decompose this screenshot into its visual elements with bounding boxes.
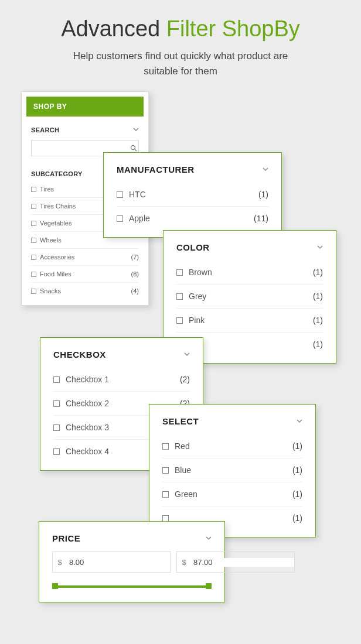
list-item[interactable]: Food Miles(8) bbox=[31, 266, 139, 283]
list-item[interactable]: Pink(1) bbox=[176, 309, 323, 333]
checkbox-icon[interactable] bbox=[176, 293, 183, 300]
shopby-header: SHOP BY bbox=[26, 97, 144, 117]
checkbox-icon[interactable] bbox=[31, 238, 36, 243]
page-title: Advanced Filter ShopBy bbox=[0, 16, 361, 42]
search-section-title: SEARCH bbox=[22, 120, 148, 138]
title-accent: Filter ShopBy bbox=[166, 16, 300, 41]
price-max-wrap: $ bbox=[176, 551, 295, 573]
currency-symbol: $ bbox=[177, 558, 191, 567]
checkbox-icon[interactable] bbox=[31, 187, 36, 192]
checkbox-icon[interactable] bbox=[53, 424, 60, 431]
price-slider[interactable] bbox=[52, 583, 212, 589]
title-prefix: Advanced bbox=[61, 16, 166, 41]
list-item[interactable]: Apple(11) bbox=[117, 207, 268, 230]
price-panel: PRICE $ $ bbox=[39, 521, 225, 602]
checkbox-icon[interactable] bbox=[31, 255, 36, 260]
slider-handle-max[interactable] bbox=[206, 583, 212, 589]
list-item[interactable]: Checkbox 1(2) bbox=[53, 368, 190, 392]
chevron-down-icon[interactable] bbox=[184, 351, 190, 359]
manufacturer-title: MANUFACTURER bbox=[104, 153, 281, 183]
slider-track bbox=[52, 585, 212, 588]
checkbox-icon[interactable] bbox=[53, 376, 60, 383]
currency-symbol: $ bbox=[53, 558, 67, 567]
checkbox-icon[interactable] bbox=[31, 221, 36, 226]
list-item[interactable]: Blue(1) bbox=[162, 458, 302, 482]
list-item[interactable]: Snacks(4) bbox=[31, 283, 139, 299]
manufacturer-panel: MANUFACTURER HTC(1) Apple(11) bbox=[103, 152, 282, 238]
checkbox-icon[interactable] bbox=[53, 400, 60, 407]
select-panel: SELECT Red(1) Blue(1) Green(1) (1) bbox=[149, 404, 316, 537]
list-item[interactable]: Brown(1) bbox=[176, 261, 323, 285]
checkbox-icon[interactable] bbox=[31, 272, 36, 277]
price-min-input[interactable] bbox=[67, 558, 170, 567]
page-subtitle: Help customers find out quickly what pro… bbox=[0, 49, 361, 78]
list-item[interactable]: HTC(1) bbox=[117, 183, 268, 207]
checkbox-icon[interactable] bbox=[31, 289, 36, 294]
list-item[interactable]: Accessories(7) bbox=[31, 249, 139, 266]
checkbox-icon[interactable] bbox=[162, 443, 169, 450]
chevron-down-icon[interactable] bbox=[317, 244, 323, 252]
price-inputs: $ $ bbox=[52, 551, 212, 573]
checkbox-icon[interactable] bbox=[162, 467, 169, 474]
checkbox-icon[interactable] bbox=[162, 491, 169, 498]
chevron-down-icon[interactable] bbox=[263, 166, 268, 174]
price-max-input[interactable] bbox=[191, 558, 294, 567]
chevron-down-icon[interactable] bbox=[133, 126, 139, 134]
chevron-down-icon[interactable] bbox=[297, 417, 302, 426]
chevron-down-icon[interactable] bbox=[206, 535, 212, 543]
checkbox-icon[interactable] bbox=[31, 204, 36, 209]
list-item[interactable]: Green(1) bbox=[162, 482, 302, 506]
checkbox-icon[interactable] bbox=[53, 448, 60, 455]
list-item[interactable]: Red(1) bbox=[162, 434, 302, 458]
price-body: $ $ bbox=[39, 551, 224, 602]
checkbox-icon[interactable] bbox=[117, 191, 123, 198]
checkbox-icon[interactable] bbox=[117, 215, 123, 222]
svg-point-0 bbox=[131, 146, 135, 150]
page-heading: Advanced Filter ShopBy Help customers fi… bbox=[0, 0, 361, 78]
slider-handle-min[interactable] bbox=[52, 583, 58, 589]
manufacturer-list: HTC(1) Apple(11) bbox=[104, 183, 281, 237]
checkbox-icon[interactable] bbox=[176, 317, 183, 324]
checkbox-icon[interactable] bbox=[176, 269, 183, 276]
price-min-wrap: $ bbox=[52, 551, 171, 573]
checkbox-title: CHECKBOX bbox=[40, 338, 203, 368]
price-title: PRICE bbox=[39, 522, 224, 551]
svg-line-1 bbox=[135, 149, 137, 151]
checkbox-icon[interactable] bbox=[162, 515, 169, 522]
list-item[interactable]: Grey(1) bbox=[176, 285, 323, 309]
select-title: SELECT bbox=[149, 405, 315, 434]
color-title: COLOR bbox=[164, 231, 336, 261]
